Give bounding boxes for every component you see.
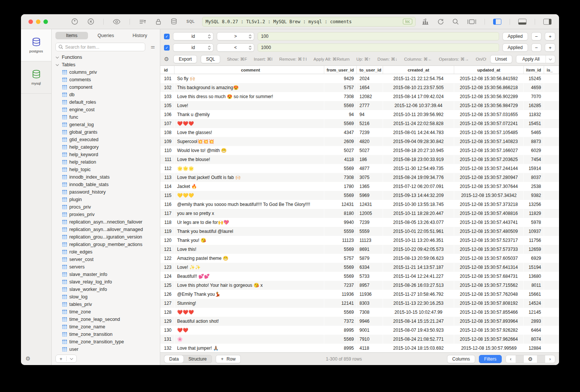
cell-item-id[interactable]: 10937 [524,227,544,236]
cell-comment[interactable]: 🌟🌟🌟 [174,164,324,173]
cell-updated-at[interactable]: 2015-12-08 15:30:57.140823 [454,137,524,146]
cell-to-user-id[interactable]: 11123 [357,236,383,245]
cell-updated-at[interactable]: 2015-12-08 15:30:57.641314 [454,263,524,272]
sidebar-table-item[interactable]: server_cost [55,256,160,263]
table-row[interactable]: 129Beautiful action shot!737299462015-08… [160,317,559,326]
cell-from-user-id[interactable]: 11123 [324,236,357,245]
cell-id[interactable]: 103 [160,92,174,101]
cell-item-id[interactable]: 12659 [524,245,544,254]
sidebar-table-item[interactable]: func [55,113,160,121]
cell-from-user-id[interactable]: 12141 [324,299,357,308]
cell-id[interactable]: 116 [160,200,174,209]
table-row[interactable]: 128❤️❤️❤️556973082015-10-15 10:02:47.992… [160,308,559,317]
tab-history[interactable]: History [124,32,156,39]
cell-is[interactable] [544,263,559,272]
cell-comment[interactable]: Love the glasses! [174,128,324,137]
cell-item-id[interactable]: 5465 [524,128,544,137]
sidebar-table-item[interactable]: columns_priv [55,69,160,76]
column-header-created-at[interactable]: created_at [383,66,454,74]
table-row[interactable]: 107❤️❤️❤️556952162015-11-24 22:02:58.828… [160,119,559,128]
cell-comment[interactable]: Love that jumper! 🙏🏽 [174,344,324,352]
cell-from-user-id[interactable]: 2609 [324,137,357,146]
cell-item-id[interactable]: 12145 [524,308,544,317]
cell-item-id[interactable]: 6929 [524,254,544,263]
cell-item-id[interactable]: 12884 [524,344,544,352]
zoom-window-button[interactable] [43,19,48,24]
cell-id[interactable]: 111 [160,155,174,164]
cell-id[interactable]: 117 [160,209,174,218]
sidebar-table-item[interactable]: role_edges [55,248,160,256]
cell-created-at[interactable]: 2015-10-22 09:42:05.573 [383,245,454,254]
cell-updated-at[interactable]: 2015-12-08 15:30:57.523717 [454,236,524,245]
cell-comment[interactable]: Thank you beautiful @laurel [174,227,324,236]
sidebar-table-item[interactable]: comments [55,76,160,83]
cell-id[interactable]: 123 [160,263,174,272]
cell-updated-at[interactable]: 2015-12-08 15:30:57.762048 [454,290,524,299]
toggle-right-panel-icon[interactable] [543,19,552,25]
cell-from-user-id[interactable]: 7308 [324,92,357,101]
apply-all-button[interactable]: Apply All [516,55,555,63]
cell-to-user-id[interactable]: 3075 [357,173,383,182]
cell-id[interactable]: 110 [160,146,174,155]
cell-is[interactable] [544,119,559,128]
cell-is[interactable] [544,155,559,164]
connection-mysql[interactable]: mysql [21,61,51,94]
sidebar-table-item[interactable]: help_keyword [55,151,160,158]
tab-queries[interactable]: Queries [89,32,122,39]
cell-comment[interactable]: Would love to! @mith 😁 [174,146,324,155]
table-row[interactable]: 124Beautiful!! 💕💕556957332015-11-04 12:2… [160,272,559,281]
cell-comment[interactable]: Amazing pastel theme 😁 [174,254,324,263]
sidebar-table-item[interactable]: time_zone_transition_type [55,338,160,346]
sidebar-table-item[interactable]: gtid_executed [55,136,160,143]
cell-updated-at[interactable]: 2015-12-08 15:30:57.244144 [454,164,524,173]
table-row[interactable]: 110Would love to! @mith 😁502750272015-08… [160,146,559,155]
cell-is[interactable] [544,164,559,173]
cell-from-user-id[interactable]: 5569 [324,272,357,281]
cell-is[interactable] [544,245,559,254]
cell-id[interactable]: 125 [160,281,174,290]
section-tables[interactable]: Tables [55,61,160,69]
cell-item-id[interactable]: 8011 [524,281,544,290]
table-row[interactable]: 109Supercool💥💥💥260948202015-09-04 09:28:… [160,137,559,146]
add-item-button[interactable]: + [56,355,66,362]
column-header-is[interactable]: is_ [544,66,559,74]
sidebar-table-item[interactable]: innodb_index_stats [55,173,160,181]
cell-created-at[interactable]: 2015-08-18 20:27:10.945 [383,146,454,155]
cell-item-id[interactable]: 14524 [524,299,544,308]
table-row[interactable]: 130❤️❤️899590012015-08-07 19:43:50.92320… [160,326,559,335]
cell-from-user-id[interactable]: 5757 [324,83,357,92]
cell-to-user-id[interactable]: 5027 [357,146,383,155]
cell-to-user-id[interactable]: 7910 [357,335,383,344]
sidebar-table-item[interactable]: help_category [55,143,160,151]
cell-comment[interactable]: Love! [174,101,324,110]
cell-created-at[interactable]: 2015-08-26 16:03:27.513 [383,281,454,290]
cell-item-id[interactable]: 11832 [524,110,544,119]
cell-created-at[interactable]: 2015-11-04 12:24:41.227 [383,272,454,281]
cell-item-id[interactable]: 7454 [524,155,544,164]
sidebar-table-item[interactable]: slave_worker_info [55,286,160,293]
cell-comment[interactable]: ❤️❤️❤️ [174,308,324,317]
cell-to-user-id[interactable]: 4820 [357,137,383,146]
cell-id[interactable]: 129 [160,317,174,326]
cell-created-at[interactable]: 2015-07-12 06:20:07.091 [383,182,454,191]
cell-id[interactable]: 115 [160,191,174,200]
pending-changes-icon[interactable] [139,18,146,25]
cell-created-at[interactable]: 2015-10-24 18:15:03.692 [383,344,454,352]
cell-item-id[interactable]: 6029 [524,146,544,155]
filter-enabled-checkbox[interactable]: ✓ [164,45,170,51]
cell-updated-at[interactable]: 2015-12-08 15:30:57.307644 [454,182,524,191]
cell-item-id[interactable]: 6464 [524,326,544,335]
cell-is[interactable] [544,272,559,281]
cell-is[interactable] [544,74,559,83]
cell-item-id[interactable]: 13256 [524,200,544,209]
sidebar-table-item[interactable]: replication_grou...iguration_version [55,233,160,241]
preview-eye-icon[interactable] [113,19,121,25]
add-row-button[interactable]: +Row [216,355,241,363]
remove-filter-button[interactable]: − [531,32,542,40]
cell-from-user-id[interactable]: 5569 [324,119,357,128]
data-view-button[interactable]: Data [164,355,183,363]
cell-updated-at[interactable]: 2015-12-08 15:30:56.984729 [454,101,524,110]
cell-created-at[interactable]: 2015-09-13 14:44:32.209 [383,191,454,200]
cell-is[interactable] [544,335,559,344]
add-item-menu-button[interactable] [67,355,76,362]
